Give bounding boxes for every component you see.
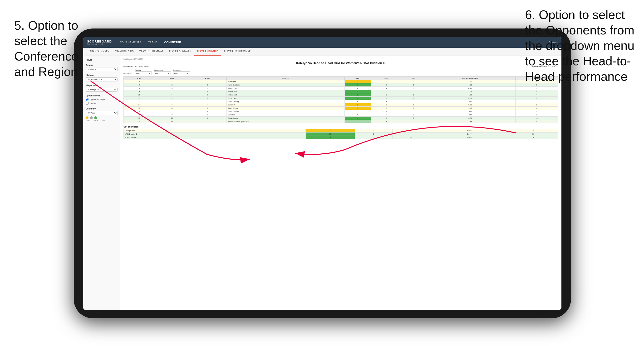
- opponent-filter: Opponent (All): [173, 69, 190, 75]
- nav-committee[interactable]: COMMITTEE: [164, 40, 182, 45]
- col-opponent: Opponent: [226, 77, 344, 80]
- table-row: 1474Eunice Yi2200.389: [124, 103, 558, 107]
- colour-label-up: Up: [102, 120, 105, 121]
- sub-nav-team-h2h-heatmap[interactable]: TEAM H2H HEATMAP: [136, 48, 166, 56]
- tablet-screen: SCOREBOARD Powered by clippd TOURNAMENTS…: [83, 37, 562, 310]
- left-annotation: 5. Option to select the Conference and R…: [14, 18, 102, 80]
- main-content: Player Gender Women's Division NCAA Divi…: [83, 56, 562, 310]
- colour-label-level: Level: [94, 120, 98, 121]
- player-rank-label: Player (Rank): [86, 84, 118, 87]
- colour-dots: [86, 116, 118, 119]
- main-table: # Div # Reg # Conf Opponent Win Loss Tie…: [124, 76, 558, 123]
- colour-by-label: Colour by: [86, 108, 118, 110]
- radio-top100[interactable]: Top 100: [86, 102, 118, 105]
- colour-labels: Down Level Up: [86, 120, 118, 121]
- out-of-division-row: NCAA Division 25007.40010: [124, 136, 558, 139]
- out-of-division-header: Out of division: [124, 126, 558, 128]
- tablet-shell: SCOREBOARD Powered by clippd TOURNAMENTS…: [74, 28, 571, 318]
- dot-green: [94, 116, 97, 119]
- region-select[interactable]: (All): [135, 71, 152, 75]
- table-row: 1125Heejo Hyun1003.333: [124, 97, 558, 100]
- col-conf: # Conf: [189, 77, 226, 80]
- sub-nav-player-summary[interactable]: PLAYER SUMMARY: [166, 48, 194, 56]
- out-of-division-row: NAIA Division 115009.26730: [124, 133, 558, 136]
- table-row: 331Esther Lee1001.504: [124, 80, 558, 83]
- records-row: Overall Record: 353 - 34 - 6 Division Re…: [124, 65, 558, 67]
- colour-label-down: Down: [86, 120, 90, 121]
- col-reg: # Reg: [155, 77, 189, 80]
- region-filter-label: Region: [135, 69, 152, 71]
- radio-opponents-played[interactable]: Opponents Played: [86, 98, 118, 101]
- table-row: 19106Emily Chang4000.3011: [124, 117, 558, 120]
- nav-bar: SCOREBOARD Powered by clippd TOURNAMENTS…: [83, 37, 562, 48]
- col-tie: Tie: [402, 77, 425, 80]
- table-row: 1311Jessica Huang010-3.002: [124, 100, 558, 103]
- conference-filter: Conference (All): [154, 69, 171, 75]
- dot-gray: [90, 116, 93, 119]
- dot-yellow: [86, 116, 88, 119]
- nav-tournaments[interactable]: TOURNAMENTS: [120, 40, 142, 45]
- conference-select[interactable]: (All): [154, 71, 171, 75]
- overall-record-value: 353 - 34 - 6: [139, 65, 148, 67]
- table-row: 1636Jessica Mason120-0.947: [124, 110, 558, 113]
- col-win: Win: [344, 77, 371, 80]
- opponents-label: Opponents:: [124, 72, 133, 75]
- sidebar-opponent-view-section: Opponent view Opponents Played Top 100: [86, 95, 118, 105]
- sub-nav-player-h2h-heatmap[interactable]: PLAYER H2H HEATMAP: [221, 48, 253, 56]
- table-row: 914Sharon Mun1003.673: [124, 90, 558, 93]
- table-row: 20117Federica Domecq Lacroze2101.336: [124, 120, 558, 123]
- content-title: Katelyn Vo Head-to-Head Grid for Women's…: [124, 61, 558, 65]
- content-area: Last Updated: 27/03/2024 Katelyn Vo Head…: [120, 56, 562, 310]
- col-div: # Div: [124, 77, 155, 80]
- last-updated: Last Updated: 27/03/2024: [124, 58, 558, 60]
- overall-record-label: Overall Record:: [124, 65, 138, 67]
- opponent-filter-label: Opponent: [173, 69, 190, 71]
- conference-filter-label: Conference: [154, 69, 171, 71]
- table-row: 1822Euna Lee020-5.002: [124, 113, 558, 117]
- region-filter: Region (All): [135, 69, 152, 75]
- nav-teams[interactable]: TEAMS: [148, 40, 158, 45]
- sidebar-colour-section: Colour by Win/loss Down Level Up: [86, 108, 118, 121]
- colour-by-select[interactable]: Win/loss: [86, 111, 118, 115]
- table-row: 522Alexis Sudjianto1004.003: [124, 83, 558, 87]
- col-diff: Diff Av Strokes/Rnd: [425, 77, 515, 80]
- sidebar: Player Gender Women's Division NCAA Divi…: [83, 56, 120, 310]
- out-of-division-table: Foreign Team1004.5002NAIA Division 11500…: [124, 129, 558, 139]
- filter-row: Opponents: Region (All) Conference (All): [124, 69, 558, 75]
- right-annotation: 6. Option to select the Opponents from t…: [525, 7, 642, 84]
- overall-record: Overall Record: 353 - 34 - 6: [124, 65, 148, 67]
- opponent-select[interactable]: (All): [173, 71, 190, 75]
- table-row: 1585Stella Cheng1001.254: [124, 107, 558, 110]
- table-row: 1063Andrea York2004.004: [124, 93, 558, 97]
- opponent-view-radio-group: Opponents Played Top 100: [86, 98, 118, 105]
- sub-nav-team-h2h-grid[interactable]: TEAM H2H GRID: [112, 48, 136, 56]
- sidebar-player-rank-section: Player (Rank) 6. Katelyn Vo: [86, 84, 118, 92]
- player-rank-select[interactable]: 6. Katelyn Vo: [86, 88, 118, 92]
- col-loss: Loss: [371, 77, 402, 80]
- sub-nav-player-h2h-grid[interactable]: PLAYER H2H GRID: [194, 48, 221, 56]
- sub-nav: TEAM SUMMARY TEAM H2H GRID TEAM H2H HEAT…: [83, 48, 562, 56]
- out-of-division-row: Foreign Team1004.5002: [124, 129, 558, 133]
- table-row: 633Sydney Kuo010-1.003: [124, 87, 558, 90]
- opponent-view-label: Opponent view: [86, 95, 118, 97]
